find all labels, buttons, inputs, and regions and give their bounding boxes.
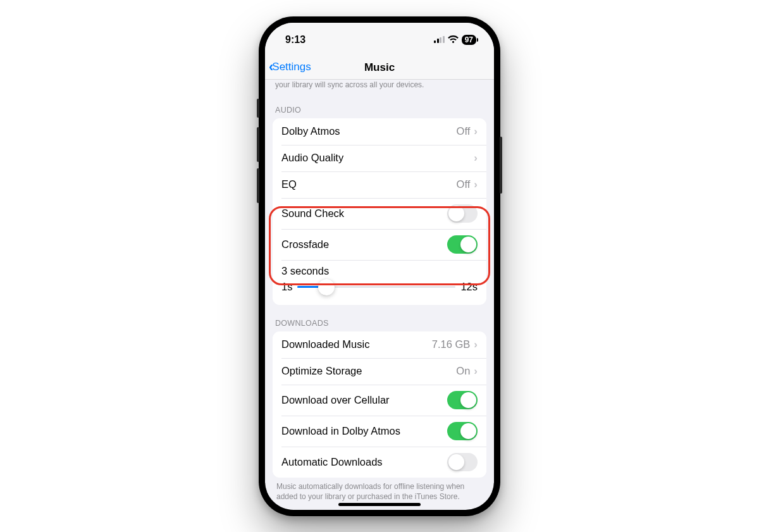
automatic-downloads-label: Automatic Downloads	[281, 456, 447, 468]
optimize-storage-label: Optimize Storage	[281, 365, 456, 377]
status-right: 97	[434, 35, 476, 45]
truncated-helper-text: your library will sync across all your d…	[265, 80, 494, 92]
section-header-downloads: DOWNLOADS	[265, 305, 494, 331]
back-button[interactable]: ‹ Settings	[269, 60, 311, 74]
home-indicator[interactable]	[338, 503, 421, 506]
content-scroll[interactable]: your library will sync across all your d…	[265, 80, 494, 510]
battery-icon: 97	[462, 35, 476, 45]
crossfade-toggle[interactable]	[447, 235, 478, 254]
chevron-right-icon: ›	[474, 365, 478, 378]
wifi-icon	[448, 36, 459, 44]
power-button	[500, 137, 502, 194]
dolby-atmos-label: Dolby Atmos	[281, 125, 457, 137]
download-in-dolby-atmos-label: Download in Dolby Atmos	[281, 425, 447, 437]
crossfade-current-label: 3 seconds	[281, 265, 478, 277]
page-title: Music	[364, 61, 395, 74]
optimize-storage-value: On	[456, 365, 470, 377]
sound-check-toggle[interactable]	[447, 204, 478, 223]
volume-up-button	[257, 127, 259, 162]
eq-value: Off	[457, 178, 471, 190]
back-label: Settings	[272, 61, 311, 73]
chevron-right-icon: ›	[474, 152, 478, 164]
dolby-atmos-value: Off	[457, 125, 471, 137]
optimize-storage-row[interactable]: Optimize Storage On ›	[273, 358, 486, 385]
downloaded-music-row[interactable]: Downloaded Music 7.16 GB ›	[273, 331, 486, 358]
sound-check-label: Sound Check	[281, 207, 447, 220]
crossfade-label: Crossfade	[281, 238, 447, 251]
status-time: 9:13	[285, 34, 305, 46]
section-header-audio: AUDIO	[265, 92, 494, 118]
phone-screen: 9:13 97 ‹ Settings Music your l	[265, 23, 494, 510]
crossfade-row: Crossfade	[273, 229, 486, 260]
dolby-atmos-row[interactable]: Dolby Atmos Off ›	[273, 118, 486, 145]
audio-quality-row[interactable]: Audio Quality ›	[273, 145, 486, 171]
audio-quality-label: Audio Quality	[281, 152, 474, 164]
volume-down-button	[257, 168, 259, 203]
phone-frame: 9:13 97 ‹ Settings Music your l	[259, 16, 500, 516]
automatic-downloads-row: Automatic Downloads	[273, 447, 486, 478]
download-over-cellular-toggle[interactable]	[447, 391, 478, 409]
downloaded-music-value: 7.16 GB	[432, 338, 471, 350]
crossfade-max-label: 12s	[460, 281, 478, 293]
download-over-cellular-row: Download over Cellular	[273, 385, 486, 416]
eq-row[interactable]: EQ Off ›	[273, 171, 486, 198]
downloads-footer-note: Music automatically downloads for offlin…	[265, 478, 494, 502]
side-button	[257, 99, 259, 118]
crossfade-slider[interactable]	[297, 280, 455, 295]
download-in-dolby-atmos-toggle[interactable]	[447, 422, 478, 440]
download-over-cellular-label: Download over Cellular	[281, 394, 447, 406]
eq-label: EQ	[281, 178, 457, 190]
download-in-dolby-atmos-row: Download in Dolby Atmos	[273, 416, 486, 447]
audio-group: Dolby Atmos Off › Audio Quality › EQ Off…	[273, 118, 486, 305]
chevron-right-icon: ›	[474, 125, 478, 138]
crossfade-slider-row: 3 seconds 1s 12s	[273, 260, 486, 305]
sound-check-row: Sound Check	[273, 198, 486, 229]
downloads-group: Downloaded Music 7.16 GB › Optimize Stor…	[273, 331, 486, 478]
automatic-downloads-toggle[interactable]	[447, 453, 478, 471]
status-bar: 9:13 97	[265, 23, 494, 57]
chevron-right-icon: ›	[474, 338, 478, 351]
chevron-right-icon: ›	[474, 178, 478, 191]
crossfade-min-label: 1s	[281, 281, 292, 293]
downloaded-music-label: Downloaded Music	[281, 338, 432, 350]
cellular-signal-icon	[434, 36, 445, 43]
